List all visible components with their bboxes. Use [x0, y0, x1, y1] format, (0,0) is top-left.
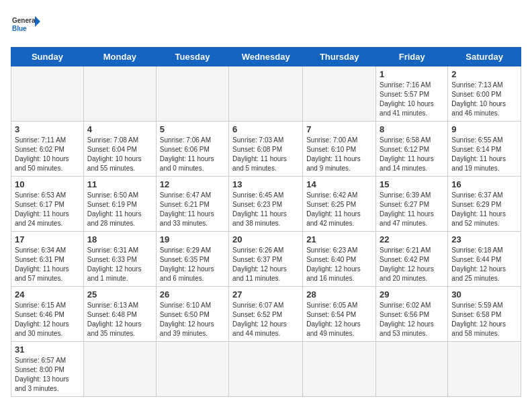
day-info: Sunrise: 6:37 AM Sunset: 6:29 PM Dayligh… [451, 191, 517, 228]
calendar-cell: 20Sunrise: 6:26 AM Sunset: 6:37 PM Dayli… [229, 232, 303, 287]
day-info: Sunrise: 6:47 AM Sunset: 6:21 PM Dayligh… [160, 191, 225, 228]
week-row-6: 31Sunrise: 6:57 AM Sunset: 8:00 PM Dayli… [11, 342, 521, 397]
calendar-cell: 22Sunrise: 6:21 AM Sunset: 6:42 PM Dayli… [376, 232, 448, 287]
calendar-cell: 23Sunrise: 6:18 AM Sunset: 6:44 PM Dayli… [448, 232, 521, 287]
calendar-cell: 15Sunrise: 6:39 AM Sunset: 6:27 PM Dayli… [376, 177, 448, 232]
calendar-cell: 18Sunrise: 6:31 AM Sunset: 6:33 PM Dayli… [83, 232, 156, 287]
days-header-row: SundayMondayTuesdayWednesdayThursdayFrid… [11, 48, 521, 66]
day-number: 2 [451, 69, 517, 79]
day-number: 20 [232, 234, 299, 244]
day-number: 29 [380, 289, 444, 300]
calendar-cell: 26Sunrise: 6:10 AM Sunset: 6:50 PM Dayli… [156, 287, 228, 342]
day-number: 8 [380, 124, 444, 134]
day-info: Sunrise: 6:05 AM Sunset: 6:54 PM Dayligh… [306, 301, 372, 338]
day-number: 26 [160, 289, 225, 300]
logo-svg: General Blue [11, 11, 40, 40]
day-info: Sunrise: 7:08 AM Sunset: 6:04 PM Dayligh… [87, 136, 152, 173]
calendar-cell: 13Sunrise: 6:45 AM Sunset: 6:23 PM Dayli… [229, 177, 303, 232]
day-header-wednesday: Wednesday [229, 48, 303, 66]
calendar-cell [303, 342, 376, 397]
calendar-cell [11, 66, 84, 122]
day-info: Sunrise: 6:42 AM Sunset: 6:25 PM Dayligh… [306, 191, 372, 228]
day-header-friday: Friday [376, 48, 448, 66]
day-number: 21 [306, 234, 372, 244]
calendar-cell: 29Sunrise: 6:02 AM Sunset: 6:56 PM Dayli… [376, 287, 448, 342]
day-number: 28 [306, 289, 372, 300]
calendar-cell: 4Sunrise: 7:08 AM Sunset: 6:04 PM Daylig… [83, 122, 156, 177]
calendar-cell: 12Sunrise: 6:47 AM Sunset: 6:21 PM Dayli… [156, 177, 228, 232]
day-info: Sunrise: 6:58 AM Sunset: 6:12 PM Dayligh… [380, 136, 444, 173]
day-number: 3 [15, 124, 80, 134]
calendar-cell: 8Sunrise: 6:58 AM Sunset: 6:12 PM Daylig… [376, 122, 448, 177]
calendar-cell: 6Sunrise: 7:03 AM Sunset: 6:08 PM Daylig… [229, 122, 303, 177]
calendar-cell [156, 342, 228, 397]
calendar-cell: 11Sunrise: 6:50 AM Sunset: 6:19 PM Dayli… [83, 177, 156, 232]
calendar-cell: 7Sunrise: 7:00 AM Sunset: 6:10 PM Daylig… [303, 122, 376, 177]
day-info: Sunrise: 7:11 AM Sunset: 6:02 PM Dayligh… [15, 136, 80, 173]
day-number: 10 [15, 179, 80, 189]
day-info: Sunrise: 6:18 AM Sunset: 6:44 PM Dayligh… [451, 246, 517, 283]
calendar-cell: 31Sunrise: 6:57 AM Sunset: 8:00 PM Dayli… [11, 342, 84, 397]
calendar-cell [303, 66, 376, 122]
day-info: Sunrise: 6:13 AM Sunset: 6:48 PM Dayligh… [87, 301, 152, 338]
day-info: Sunrise: 6:10 AM Sunset: 6:50 PM Dayligh… [160, 301, 225, 338]
day-info: Sunrise: 6:02 AM Sunset: 6:56 PM Dayligh… [380, 301, 444, 338]
week-row-4: 17Sunrise: 6:34 AM Sunset: 6:31 PM Dayli… [11, 232, 521, 287]
day-number: 7 [306, 124, 372, 134]
day-info: Sunrise: 7:00 AM Sunset: 6:10 PM Dayligh… [306, 136, 372, 173]
calendar-cell [229, 342, 303, 397]
day-info: Sunrise: 5:59 AM Sunset: 6:58 PM Dayligh… [451, 301, 517, 338]
day-header-monday: Monday [83, 48, 156, 66]
calendar-cell: 16Sunrise: 6:37 AM Sunset: 6:29 PM Dayli… [448, 177, 521, 232]
calendar-cell: 9Sunrise: 6:55 AM Sunset: 6:14 PM Daylig… [448, 122, 521, 177]
day-info: Sunrise: 6:31 AM Sunset: 6:33 PM Dayligh… [87, 246, 152, 283]
day-number: 13 [232, 179, 299, 189]
day-header-sunday: Sunday [11, 48, 84, 66]
day-number: 31 [15, 345, 80, 355]
day-info: Sunrise: 6:29 AM Sunset: 6:35 PM Dayligh… [160, 246, 225, 283]
day-number: 1 [380, 69, 444, 79]
day-info: Sunrise: 7:16 AM Sunset: 5:57 PM Dayligh… [380, 81, 444, 118]
calendar-cell: 30Sunrise: 5:59 AM Sunset: 6:58 PM Dayli… [448, 287, 521, 342]
week-row-5: 24Sunrise: 6:15 AM Sunset: 6:46 PM Dayli… [11, 287, 521, 342]
day-info: Sunrise: 6:57 AM Sunset: 8:00 PM Dayligh… [15, 356, 80, 394]
day-info: Sunrise: 6:34 AM Sunset: 6:31 PM Dayligh… [15, 246, 80, 283]
calendar-cell: 14Sunrise: 6:42 AM Sunset: 6:25 PM Dayli… [303, 177, 376, 232]
calendar-cell: 25Sunrise: 6:13 AM Sunset: 6:48 PM Dayli… [83, 287, 156, 342]
calendar-cell [83, 342, 156, 397]
day-number: 15 [380, 179, 444, 189]
calendar-cell: 28Sunrise: 6:05 AM Sunset: 6:54 PM Dayli… [303, 287, 376, 342]
day-info: Sunrise: 6:21 AM Sunset: 6:42 PM Dayligh… [380, 246, 444, 283]
week-row-2: 3Sunrise: 7:11 AM Sunset: 6:02 PM Daylig… [11, 122, 521, 177]
calendar-cell: 1Sunrise: 7:16 AM Sunset: 5:57 PM Daylig… [376, 66, 448, 122]
calendar-cell: 2Sunrise: 7:13 AM Sunset: 6:00 PM Daylig… [448, 66, 521, 122]
day-number: 9 [451, 124, 517, 134]
day-number: 11 [87, 179, 152, 189]
svg-text:Blue: Blue [12, 25, 27, 32]
calendar-cell: 27Sunrise: 6:07 AM Sunset: 6:52 PM Dayli… [229, 287, 303, 342]
day-info: Sunrise: 6:15 AM Sunset: 6:46 PM Dayligh… [15, 301, 80, 338]
day-header-thursday: Thursday [303, 48, 376, 66]
calendar-cell: 19Sunrise: 6:29 AM Sunset: 6:35 PM Dayli… [156, 232, 228, 287]
day-info: Sunrise: 6:55 AM Sunset: 6:14 PM Dayligh… [451, 136, 517, 173]
week-row-1: 1Sunrise: 7:16 AM Sunset: 5:57 PM Daylig… [11, 66, 521, 122]
day-number: 30 [451, 289, 517, 300]
day-info: Sunrise: 6:50 AM Sunset: 6:19 PM Dayligh… [87, 191, 152, 228]
calendar-cell: 10Sunrise: 6:53 AM Sunset: 6:17 PM Dayli… [11, 177, 84, 232]
day-number: 19 [160, 234, 225, 244]
calendar-cell [83, 66, 156, 122]
day-number: 14 [306, 179, 372, 189]
calendar-cell: 5Sunrise: 7:06 AM Sunset: 6:06 PM Daylig… [156, 122, 228, 177]
day-number: 4 [87, 124, 152, 134]
day-info: Sunrise: 6:07 AM Sunset: 6:52 PM Dayligh… [232, 301, 299, 338]
calendar-cell: 17Sunrise: 6:34 AM Sunset: 6:31 PM Dayli… [11, 232, 84, 287]
day-number: 24 [15, 289, 80, 300]
day-number: 23 [451, 234, 517, 244]
calendar-cell [229, 66, 303, 122]
logo: General Blue [11, 11, 40, 40]
day-info: Sunrise: 6:26 AM Sunset: 6:37 PM Dayligh… [232, 246, 299, 283]
calendar-table: SundayMondayTuesdayWednesdayThursdayFrid… [11, 47, 521, 397]
day-info: Sunrise: 6:45 AM Sunset: 6:23 PM Dayligh… [232, 191, 299, 228]
calendar-cell [156, 66, 228, 122]
day-number: 18 [87, 234, 152, 244]
